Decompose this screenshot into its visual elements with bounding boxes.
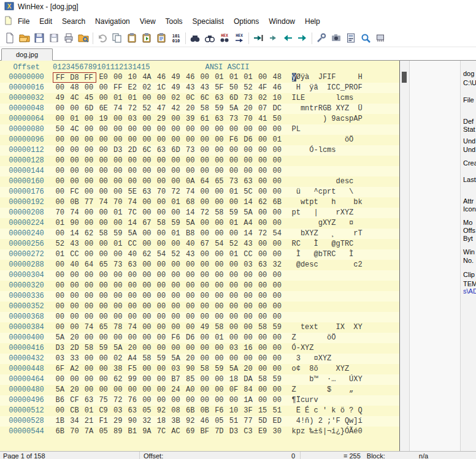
hex-byte[interactable]: 00 <box>96 354 111 364</box>
hex-byte[interactable]: 00 <box>198 374 212 385</box>
ascii-text[interactable] <box>292 270 363 281</box>
hex-byte[interactable]: 00 <box>255 281 270 291</box>
hex-byte[interactable]: 00 <box>198 197 212 208</box>
hex-byte[interactable]: 03 <box>226 343 241 354</box>
copy-block-button[interactable] <box>154 31 169 45</box>
ascii-text[interactable]: Z öÖ <box>292 333 363 343</box>
hex-byte[interactable]: 7C <box>154 427 169 437</box>
hex-byte[interactable]: 00 <box>140 270 155 281</box>
hex-byte[interactable]: 74 <box>110 104 125 114</box>
hex-byte[interactable]: 34 <box>67 416 82 427</box>
hex-byte[interactable]: 61 <box>198 114 212 124</box>
hex-byte[interactable]: 00 <box>212 145 227 156</box>
hex-byte[interactable]: 00 <box>212 354 227 364</box>
hex-byte[interactable]: 58 <box>154 218 169 229</box>
hex-byte[interactable]: 00 <box>270 218 285 229</box>
hex-byte[interactable]: 00 <box>198 218 212 229</box>
hex-byte[interactable]: 59 <box>110 229 125 239</box>
hex-byte[interactable]: 00 <box>110 249 125 260</box>
hex-byte[interactable]: 00 <box>255 364 270 374</box>
hex-byte[interactable]: 00 <box>140 197 155 208</box>
hex-byte[interactable]: 64 <box>198 176 212 187</box>
hex-byte[interactable]: 52 <box>241 83 256 93</box>
hex-byte[interactable]: 00 <box>226 229 241 239</box>
hex-byte[interactable]: 00 <box>67 374 82 385</box>
hex-byte[interactable]: 00 <box>53 322 67 333</box>
hex-byte[interactable]: FF <box>53 72 67 83</box>
hex-byte[interactable]: 20 <box>67 385 82 395</box>
hex-byte[interactable]: 00 <box>140 385 155 395</box>
hex-byte[interactable]: 00 <box>125 385 140 395</box>
hex-byte[interactable]: 00 <box>270 187 285 197</box>
hex-byte[interactable]: 01 <box>53 218 67 229</box>
hex-byte[interactable]: 00 <box>67 322 82 333</box>
hex-byte[interactable]: 59 <box>212 104 227 114</box>
hex-byte[interactable]: 20 <box>183 104 198 114</box>
hex-byte[interactable]: 43 <box>241 239 256 249</box>
hex-byte[interactable]: 00 <box>270 166 285 176</box>
hex-byte[interactable]: B1 <box>125 427 140 437</box>
hex-byte[interactable]: 00 <box>154 93 169 104</box>
hex-byte[interactable]: 62 <box>255 197 270 208</box>
hex-byte[interactable]: 00 <box>82 302 96 312</box>
tab-dog-jpg[interactable]: dog.jpg <box>1 48 53 61</box>
hex-byte[interactable]: 00 <box>82 135 96 145</box>
hex-byte[interactable]: 00 <box>96 93 111 104</box>
hex-byte[interactable]: 65 <box>96 260 111 270</box>
open-file-button[interactable] <box>17 31 32 45</box>
hex-byte[interactable]: 01 <box>212 72 227 83</box>
hex-byte[interactable]: 05 <box>212 416 227 427</box>
hex-byte[interactable]: 00 <box>183 166 198 176</box>
hex-byte[interactable]: 00 <box>270 281 285 291</box>
hex-byte[interactable]: 30 <box>270 427 285 437</box>
hex-byte[interactable]: 21 <box>82 416 96 427</box>
hex-byte[interactable]: 5A <box>183 218 198 229</box>
hex-byte[interactable]: 52 <box>140 104 155 114</box>
hex-byte[interactable]: 67 <box>198 239 212 249</box>
hex-byte[interactable]: 00 <box>53 166 67 176</box>
hex-byte[interactable]: 59 <box>226 208 241 218</box>
hex-byte[interactable]: 5A <box>226 364 241 374</box>
hex-byte[interactable]: 6C <box>140 145 155 156</box>
hex-byte[interactable]: 00 <box>53 291 67 302</box>
forward-button[interactable] <box>295 31 310 45</box>
hex-byte[interactable]: 03 <box>241 260 256 270</box>
menu-item-options[interactable]: Options <box>229 15 264 28</box>
hex-byte[interactable]: 6D <box>226 93 241 104</box>
hex-byte[interactable]: 62 <box>110 374 125 385</box>
hex-byte[interactable]: 00 <box>255 291 270 302</box>
hex-byte[interactable]: 00 <box>198 145 212 156</box>
hex-byte[interactable]: 01 <box>169 197 183 208</box>
hex-byte[interactable]: 4A <box>140 72 155 83</box>
binary-convert-button[interactable]: 101010 <box>169 31 183 45</box>
hex-byte[interactable]: 00 <box>82 166 96 176</box>
ascii-text[interactable]: ¶Ïcurv <box>292 395 363 406</box>
hex-byte[interactable]: 00 <box>110 166 125 176</box>
hex-byte[interactable]: 58 <box>198 104 212 114</box>
hex-byte[interactable]: 00 <box>212 281 227 291</box>
hex-byte[interactable]: F6 <box>226 135 241 145</box>
hex-byte[interactable]: 59 <box>270 322 285 333</box>
hex-byte[interactable]: 00 <box>140 333 155 343</box>
hex-byte[interactable]: 00 <box>110 124 125 135</box>
hex-byte[interactable]: 5A <box>53 333 67 343</box>
hex-byte[interactable]: 00 <box>198 166 212 176</box>
hex-byte[interactable]: 00 <box>198 385 212 395</box>
hex-byte[interactable]: 07 <box>255 104 270 114</box>
hex-byte[interactable]: 00 <box>255 218 270 229</box>
hex-byte[interactable]: 00 <box>154 281 169 291</box>
hex-byte[interactable]: 00 <box>169 395 183 406</box>
hex-byte[interactable]: 63 <box>212 114 227 124</box>
hex-byte[interactable]: 00 <box>82 249 96 260</box>
hex-byte[interactable]: 00 <box>212 124 227 135</box>
ascii-text[interactable]: desc <box>292 176 363 187</box>
hex-byte[interactable]: 00 <box>169 322 183 333</box>
menu-item-window[interactable]: Window <box>264 15 300 28</box>
hex-byte[interactable]: 58 <box>198 364 212 374</box>
ascii-text[interactable]: öÖ <box>292 135 363 145</box>
ascii-text[interactable]: H ÿâ ICC_PROF <box>292 83 363 93</box>
hex-byte[interactable]: 00 <box>270 239 285 249</box>
hex-byte[interactable]: E2 <box>125 83 140 93</box>
ascii-text[interactable] <box>292 281 363 291</box>
hex-byte[interactable]: 00 <box>169 281 183 291</box>
